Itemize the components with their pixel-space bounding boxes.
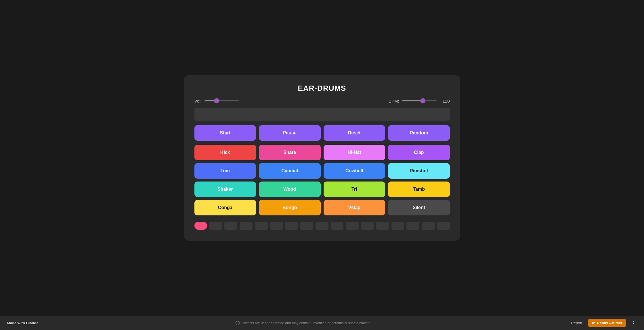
remix-button[interactable]: ⟳ Remix Artifact: [588, 319, 626, 327]
footer-actions: Report ⟳ Remix Artifact ⋮: [569, 319, 637, 327]
report-button[interactable]: Report: [569, 320, 584, 326]
seq-step-15[interactable]: [422, 222, 435, 230]
made-with-text: Made with: [7, 321, 26, 325]
tamb-button[interactable]: Tamb: [388, 182, 450, 197]
seq-step-10[interactable]: [346, 222, 359, 230]
transport-grid: Start Pause Reset Random: [194, 125, 450, 141]
shaker-button[interactable]: Shaker: [194, 182, 256, 197]
remix-label: Remix Artifact: [597, 321, 622, 325]
bpm-slider[interactable]: [402, 100, 437, 101]
bpm-control: BPM: 120: [389, 99, 450, 103]
seq-step-1[interactable]: [209, 222, 222, 230]
vol-control: Vol:: [194, 99, 239, 103]
footer-disclaimer: i Artifacts are user-generated and may c…: [236, 321, 371, 325]
tom-button[interactable]: Tom: [194, 163, 256, 179]
seq-step-13[interactable]: [391, 222, 404, 230]
main-content: EAR-DRUMS Vol: BPM: 120 Start: [0, 0, 644, 316]
waveform-display: [194, 108, 450, 121]
footer: Made with Claude i Artifacts are user-ge…: [0, 316, 644, 330]
pause-button[interactable]: Pause: [259, 125, 321, 141]
app-title: EAR-DRUMS: [194, 84, 450, 93]
remix-icon: ⟳: [592, 321, 595, 325]
silent-button[interactable]: Silent: [388, 200, 450, 215]
footer-brand: Made with Claude: [7, 321, 39, 325]
random-button[interactable]: Random: [388, 125, 450, 141]
bongo-button[interactable]: Bongo: [259, 200, 321, 215]
cowbell-button[interactable]: Cowbell: [324, 163, 385, 179]
reset-button[interactable]: Reset: [324, 125, 385, 141]
seq-step-3[interactable]: [240, 222, 253, 230]
more-options-button[interactable]: ⋮: [630, 319, 637, 327]
seq-step-9[interactable]: [331, 222, 344, 230]
kick-button[interactable]: Kick: [194, 145, 256, 160]
rimshot-button[interactable]: Rimshot: [388, 163, 450, 179]
conga-button[interactable]: Conga: [194, 200, 256, 215]
vslap-button[interactable]: Vslap: [324, 200, 385, 215]
bpm-value: 120: [439, 99, 450, 103]
snare-button[interactable]: Snare: [259, 145, 321, 160]
disclaimer-text: Artifacts are user-generated and may con…: [241, 321, 371, 325]
controls-row: Vol: BPM: 120: [194, 99, 450, 103]
seq-step-16[interactable]: [437, 222, 450, 230]
seq-step-12[interactable]: [376, 222, 389, 230]
seq-step-7[interactable]: [300, 222, 313, 230]
seq-step-2[interactable]: [224, 222, 237, 230]
seq-step-6[interactable]: [285, 222, 298, 230]
vol-label: Vol:: [194, 99, 202, 103]
tri-button[interactable]: Tri: [324, 182, 385, 197]
start-button[interactable]: Start: [194, 125, 256, 141]
sequencer-row: [194, 219, 450, 232]
wood-button[interactable]: Wood: [259, 182, 321, 197]
seq-step-5[interactable]: [270, 222, 283, 230]
hihat-button[interactable]: Hi-Hat: [324, 145, 385, 160]
instrument-grid: Kick Snare Hi-Hat Clap Tom Cymbal Cowbel…: [194, 145, 450, 215]
seq-step-8[interactable]: [316, 222, 328, 230]
clap-button[interactable]: Clap: [388, 145, 450, 160]
cymbal-button[interactable]: Cymbal: [259, 163, 321, 179]
sequencer-indicator: [194, 222, 207, 230]
vol-slider[interactable]: [205, 100, 239, 101]
app-container: EAR-DRUMS Vol: BPM: 120 Start: [184, 75, 460, 241]
bpm-label: BPM:: [389, 99, 399, 103]
seq-step-11[interactable]: [361, 222, 374, 230]
seq-step-14[interactable]: [406, 222, 419, 230]
claude-text: Claude: [26, 321, 38, 325]
seq-step-4[interactable]: [255, 222, 268, 230]
info-icon: i: [236, 321, 240, 325]
